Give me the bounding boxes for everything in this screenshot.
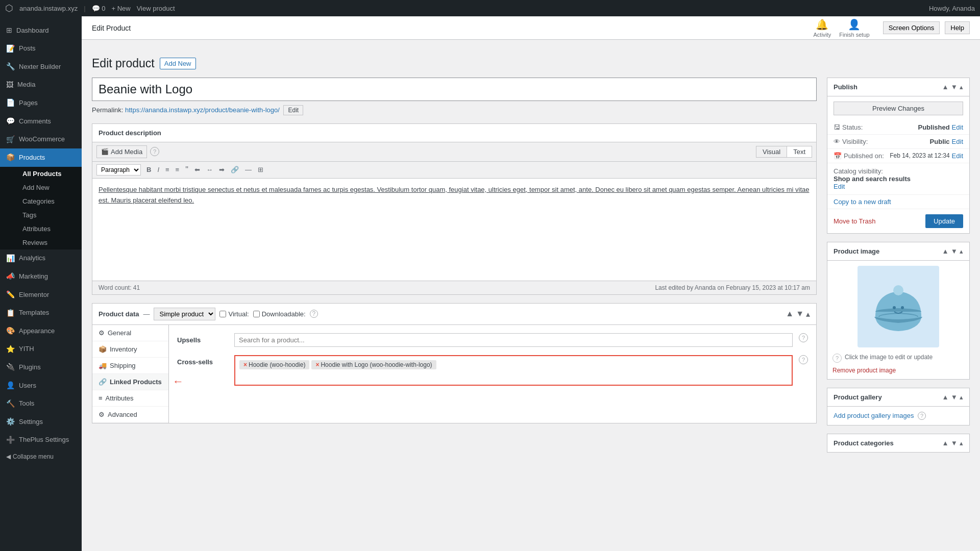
sidebar-item-theplus[interactable]: ➕ ThePlus Settings	[0, 431, 82, 449]
add-media-btn[interactable]: 🎬 Add Media	[96, 145, 147, 158]
comment-icon[interactable]: 💬 0	[92, 5, 106, 12]
image-down-btn[interactable]: ▼	[951, 247, 958, 255]
publish-up-btn[interactable]: ▲	[942, 83, 949, 91]
gallery-help-icon[interactable]: ?	[918, 412, 926, 420]
activity-label[interactable]: Activity	[813, 32, 831, 38]
preview-changes-btn[interactable]: Preview Changes	[834, 102, 963, 115]
add-gallery-images-link[interactable]: Add product gallery images	[834, 412, 916, 419]
move-trash-link[interactable]: Move to Trash	[834, 217, 875, 225]
status-edit-link[interactable]: Edit	[952, 123, 963, 131]
sidebar-item-yith[interactable]: ⭐ YITH	[0, 340, 82, 359]
sidebar-sub-item-all-products[interactable]: All Products	[16, 167, 82, 181]
categories-down-btn[interactable]: ▼	[951, 439, 958, 447]
sidebar-item-dashboard[interactable]: ⊞ Dashboard	[0, 21, 82, 40]
visibility-edit-link[interactable]: Edit	[952, 138, 963, 145]
publish-down-btn[interactable]: ▼	[951, 83, 958, 91]
sidebar-item-plugins[interactable]: 🔌 Plugins	[0, 358, 82, 377]
align-right-btn[interactable]: ➡	[216, 164, 227, 175]
product-title-input[interactable]	[92, 78, 817, 101]
remove-product-image-link[interactable]: Remove product image	[832, 367, 964, 374]
more-btn[interactable]: —	[242, 164, 254, 175]
upsells-search-input[interactable]	[234, 333, 793, 347]
editor-help-icon[interactable]: ?	[150, 147, 159, 156]
sidebar-item-posts[interactable]: 📝 Posts	[0, 40, 82, 58]
sidebar-item-woocommerce[interactable]: 🛒 WooCommerce	[0, 131, 82, 149]
sidebar-item-settings[interactable]: ⚙️ Settings	[0, 413, 82, 431]
sidebar-item-media[interactable]: 🖼 Media	[0, 76, 82, 94]
align-center-btn[interactable]: ↔	[204, 164, 215, 175]
product-data-metabox: Product data — Simple product Virtual:	[92, 303, 817, 423]
sidebar-item-users[interactable]: 👤 Users	[0, 377, 82, 395]
help-btn[interactable]: Help	[945, 21, 970, 34]
tab-advanced[interactable]: ⚙ Advanced	[92, 407, 168, 423]
bold-btn[interactable]: B	[144, 164, 154, 175]
gallery-toggle-btn[interactable]: ▴	[960, 393, 963, 401]
paragraph-select[interactable]: Paragraph	[96, 164, 141, 176]
sidebar-item-products[interactable]: 📦 Products	[0, 148, 82, 167]
upsells-help-icon[interactable]: ?	[799, 333, 808, 342]
sidebar-sub-item-attributes[interactable]: Attributes	[16, 222, 82, 236]
site-name[interactable]: ananda.instawp.xyz	[19, 5, 78, 12]
product-type-select[interactable]: Simple product	[154, 308, 215, 320]
blockquote-btn[interactable]: "	[183, 164, 191, 176]
sidebar-sub-item-categories[interactable]: Categories	[16, 194, 82, 208]
sidebar-item-comments[interactable]: 💬 Comments	[0, 112, 82, 131]
add-new-button[interactable]: Add New	[160, 58, 196, 69]
sidebar-sub-item-add-new[interactable]: Add New	[16, 181, 82, 194]
cross-sell-tag-hoodie-logo[interactable]: × Hoodie with Logo (woo-hoodie-with-logo…	[311, 360, 436, 369]
downloadable-checkbox[interactable]	[253, 311, 260, 317]
new-item[interactable]: + New	[111, 5, 130, 12]
copy-draft-link[interactable]: Copy to a new draft	[834, 198, 891, 206]
catalog-edit-link[interactable]: Edit	[834, 183, 845, 190]
sidebar-item-templates[interactable]: 📋 Templates	[0, 304, 82, 322]
categories-toggle-btn[interactable]: ▴	[960, 439, 963, 447]
sidebar-item-pages[interactable]: 📄 Pages	[0, 94, 82, 112]
gallery-up-btn[interactable]: ▲	[942, 393, 949, 401]
update-btn[interactable]: Update	[925, 214, 963, 228]
visual-tab[interactable]: Visual	[756, 146, 787, 158]
published-edit-link[interactable]: Edit	[952, 152, 963, 160]
align-left-btn[interactable]: ⬅	[192, 164, 203, 175]
cross-sells-help-icon[interactable]: ?	[799, 355, 808, 364]
collapse-menu[interactable]: ◀ Collapse menu	[0, 449, 82, 464]
cross-sells-box[interactable]: × Hoodie (woo-hoodie) × Hoodie with Logo…	[234, 355, 793, 386]
tab-general[interactable]: ⚙ General	[92, 325, 168, 341]
collapse-up-btn[interactable]: ▲	[786, 309, 794, 319]
italic-btn[interactable]: I	[155, 164, 162, 175]
virtual-checkbox[interactable]	[219, 311, 226, 317]
unordered-list-btn[interactable]: ≡	[163, 164, 172, 175]
tab-shipping[interactable]: 🚚 Shipping	[92, 358, 168, 374]
product-data-help-icon[interactable]: ?	[310, 310, 318, 318]
tab-inventory[interactable]: 📦 Inventory	[92, 341, 168, 358]
permalink-url[interactable]: https://ananda.instawp.xyz/product/beani…	[125, 106, 280, 114]
toolbar-toggle-btn[interactable]: ⊞	[255, 164, 266, 175]
tab-attributes[interactable]: ≡ Attributes	[92, 390, 168, 407]
sidebar-item-analytics[interactable]: 📊 Analytics	[0, 249, 82, 268]
sidebar-item-nexter-builder[interactable]: 🔧 Nexter Builder	[0, 58, 82, 76]
finish-setup-label[interactable]: Finish setup	[839, 32, 869, 38]
image-up-btn[interactable]: ▲	[942, 247, 949, 255]
sidebar-item-tools[interactable]: 🔨 Tools	[0, 395, 82, 413]
image-toggle-btn[interactable]: ▴	[960, 247, 963, 255]
sidebar-item-marketing[interactable]: 📣 Marketing	[0, 267, 82, 286]
cross-sell-tag-hoodie[interactable]: × Hoodie (woo-hoodie)	[239, 360, 309, 369]
sidebar-item-elementor[interactable]: ✏️ Elementor	[0, 286, 82, 304]
sidebar-sub-item-tags[interactable]: Tags	[16, 208, 82, 222]
gallery-down-btn[interactable]: ▼	[951, 393, 958, 401]
categories-up-btn[interactable]: ▲	[942, 439, 949, 447]
product-image-area[interactable]: ? Click the image to edit or update Remo…	[827, 261, 969, 379]
link-btn[interactable]: 🔗	[228, 164, 241, 175]
view-product[interactable]: View product	[137, 5, 175, 12]
screen-options-btn[interactable]: Screen Options	[883, 21, 940, 34]
text-tab[interactable]: Text	[787, 146, 812, 158]
publish-toggle-btn[interactable]: ▴	[960, 83, 963, 91]
sidebar-item-appearance[interactable]: 🎨 Appearance	[0, 322, 82, 340]
collapse-down-btn[interactable]: ▼	[796, 309, 804, 319]
permalink-edit-btn[interactable]: Edit	[283, 105, 303, 115]
ordered-list-btn[interactable]: ≡	[173, 164, 182, 175]
editor-content[interactable]: Pellentesque habitant morbi tristique se…	[92, 179, 816, 281]
sidebar-sub-item-reviews[interactable]: Reviews	[16, 236, 82, 249]
wp-logo-icon[interactable]: ⬡	[5, 3, 13, 14]
toggle-btn[interactable]: ▴	[806, 309, 810, 319]
tab-linked-products[interactable]: 🔗 Linked Products ←	[92, 374, 168, 390]
